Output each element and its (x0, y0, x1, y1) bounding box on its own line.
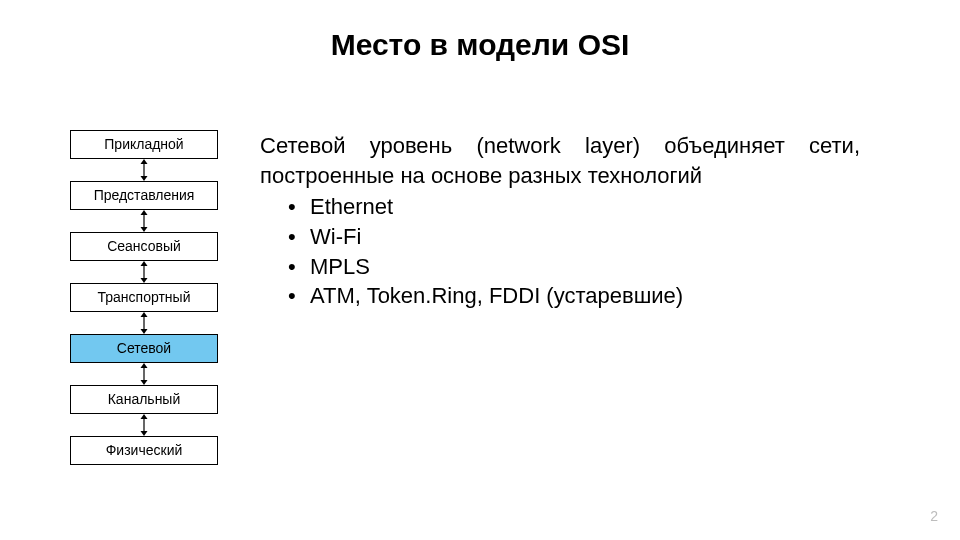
osi-layer: Канальный (70, 385, 218, 414)
svg-marker-1 (141, 159, 148, 164)
double-arrow-icon (70, 414, 218, 436)
svg-marker-16 (141, 414, 148, 419)
slide-title: Место в модели OSI (0, 28, 960, 62)
double-arrow-icon (70, 159, 218, 181)
double-arrow-icon (70, 312, 218, 334)
page-number: 2 (930, 508, 938, 524)
list-item: MPLS (288, 252, 860, 282)
svg-marker-2 (141, 176, 148, 181)
list-item: ATM, Token.Ring, FDDI (устаревшие) (288, 281, 860, 311)
osi-layer: Сеансовый (70, 232, 218, 261)
osi-layer: Прикладной (70, 130, 218, 159)
osi-layer: Физический (70, 436, 218, 465)
technology-list: EthernetWi-FiMPLSATM, Token.Ring, FDDI (… (260, 192, 860, 311)
svg-marker-10 (141, 312, 148, 317)
osi-stack: ПрикладнойПредставленияСеансовыйТранспор… (70, 130, 218, 465)
osi-layer: Сетевой (70, 334, 218, 363)
list-item: Wi-Fi (288, 222, 860, 252)
double-arrow-icon (70, 363, 218, 385)
svg-marker-5 (141, 227, 148, 232)
svg-marker-17 (141, 431, 148, 436)
svg-marker-11 (141, 329, 148, 334)
description-block: Сетевой уровень (network layer) объединя… (260, 131, 860, 311)
double-arrow-icon (70, 261, 218, 283)
osi-layer: Представления (70, 181, 218, 210)
svg-marker-13 (141, 363, 148, 368)
svg-marker-4 (141, 210, 148, 215)
svg-marker-14 (141, 380, 148, 385)
svg-marker-8 (141, 278, 148, 283)
description-paragraph: Сетевой уровень (network layer) объединя… (260, 131, 860, 190)
list-item: Ethernet (288, 192, 860, 222)
double-arrow-icon (70, 210, 218, 232)
osi-layer: Транспортный (70, 283, 218, 312)
svg-marker-7 (141, 261, 148, 266)
